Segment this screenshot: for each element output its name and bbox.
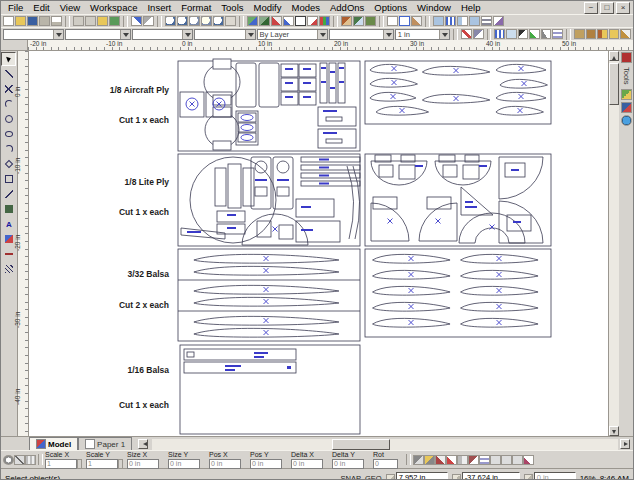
open-symbol-icon[interactable] (574, 29, 585, 39)
visual-basic-icon[interactable] (621, 102, 632, 113)
select-prev-icon[interactable] (468, 455, 479, 465)
undo-icon[interactable] (131, 16, 142, 26)
redo-icon[interactable] (143, 16, 154, 26)
library-icon[interactable] (597, 29, 608, 39)
sheet-balsa-ribs-right[interactable] (365, 249, 551, 337)
size-x-input[interactable]: 0 in (127, 459, 159, 469)
color-icon[interactable] (319, 16, 330, 26)
fit-copy-icon[interactable] (469, 16, 480, 26)
line-style-combo[interactable] (329, 29, 394, 40)
zoom-out-icon[interactable] (177, 16, 188, 26)
array-edit-icon[interactable] (512, 455, 523, 465)
brush-style-combo[interactable] (194, 29, 255, 40)
delta-x-input[interactable]: 0 in (291, 459, 323, 469)
menu-window[interactable]: Window (412, 1, 456, 14)
menu-format[interactable]: Format (176, 1, 216, 14)
print-preview-icon[interactable] (51, 16, 62, 26)
paste-icon[interactable] (97, 16, 108, 26)
workspace-style-icon[interactable] (259, 16, 270, 26)
select-mode-icon[interactable] (295, 16, 306, 26)
pen-icon[interactable] (271, 16, 282, 26)
layers-icon[interactable] (247, 16, 258, 26)
snap-grid-icon[interactable] (494, 29, 505, 39)
tab-scroll-left-icon[interactable] (138, 439, 148, 449)
snap-indicator[interactable]: SNAP (341, 474, 361, 480)
undo-small-icon[interactable] (473, 29, 484, 39)
restore-button[interactable]: □ (600, 2, 614, 14)
rot-input[interactable]: 0 (373, 459, 398, 469)
delete-icon[interactable] (461, 29, 472, 39)
scroll-down-icon[interactable] (609, 426, 619, 436)
snap-vertex-icon[interactable] (506, 29, 517, 39)
drawing-canvas[interactable]: 1/8 Aircraft Ply Cut 1 x each 1/8 Lite P… (29, 51, 608, 436)
ungroup-edit-icon[interactable] (501, 455, 512, 465)
grid-display-icon[interactable] (552, 29, 563, 39)
menu-options[interactable]: Options (369, 1, 412, 14)
line-width-combo[interactable]: 1 in (395, 29, 451, 40)
insert-block-icon[interactable] (341, 16, 352, 26)
menu-addons[interactable]: AddOns (325, 1, 369, 14)
line-tool[interactable] (1, 67, 16, 81)
select-tool[interactable] (1, 52, 16, 66)
circle-tool[interactable] (1, 112, 16, 126)
menu-modify[interactable]: Modify (249, 1, 287, 14)
cut-icon[interactable] (73, 16, 84, 26)
rotate-handle-icon[interactable] (435, 455, 446, 465)
tab-model[interactable]: Model (29, 437, 78, 450)
new-icon[interactable] (3, 16, 14, 26)
format-painter-icon[interactable] (109, 16, 120, 26)
zoom-window-icon[interactable] (189, 16, 200, 26)
menu-file[interactable]: File (3, 1, 28, 14)
menu-modes[interactable]: Modes (286, 1, 325, 14)
create-block-icon[interactable] (353, 16, 364, 26)
arc-tool[interactable] (1, 97, 16, 111)
menu-insert[interactable]: Insert (142, 1, 176, 14)
one-to-one-icon[interactable] (399, 16, 410, 26)
mirror-copy-icon[interactable] (457, 16, 468, 26)
scale-y-input[interactable]: 1 (86, 459, 118, 469)
spinner[interactable] (118, 459, 123, 469)
tab-scroll-right-icon[interactable] (620, 439, 630, 449)
ellipse-tool[interactable] (1, 127, 16, 141)
zoom-in-icon[interactable] (165, 16, 176, 26)
menu-help[interactable]: Help (456, 1, 486, 14)
macros-icon[interactable] (621, 89, 632, 100)
coord-x-input[interactable]: 7.952 in (396, 472, 448, 480)
menu-workspace[interactable]: Workspace (85, 1, 142, 14)
pen-color-combo[interactable] (3, 29, 64, 40)
group-edit-icon[interactable] (490, 455, 501, 465)
chevron-down-icon[interactable] (120, 30, 130, 39)
close-palette-icon[interactable] (621, 52, 632, 63)
sheet-balsa-left[interactable] (180, 345, 360, 434)
copy-icon[interactable] (85, 16, 96, 26)
menu-edit[interactable]: Edit (28, 1, 54, 14)
snap-toggle-icon[interactable] (283, 16, 294, 26)
web-browser-icon[interactable] (621, 115, 632, 126)
tab-paper-1[interactable]: Paper 1 (78, 437, 132, 450)
menu-tools[interactable]: Tools (216, 1, 248, 14)
rectangle-tool[interactable] (1, 172, 16, 186)
pen-pattern-combo[interactable] (132, 29, 193, 40)
coord-z-input[interactable]: 0 in (534, 472, 576, 480)
snap-check-icon[interactable] (529, 29, 540, 39)
chevron-down-icon[interactable] (317, 30, 327, 39)
chevron-down-icon[interactable] (182, 30, 192, 39)
ruler-origin-icon[interactable] (1, 40, 28, 50)
hatch-tool[interactable] (1, 262, 16, 276)
delete-selection-icon[interactable] (14, 455, 25, 465)
pan-icon[interactable] (225, 16, 236, 26)
scale-x-input[interactable]: 1 (45, 459, 77, 469)
chevron-down-icon[interactable] (439, 30, 449, 39)
zoom-extents-icon[interactable] (213, 16, 224, 26)
eraser-icon[interactable] (411, 16, 422, 26)
text-tool[interactable]: A (1, 217, 16, 231)
point-mode-icon[interactable] (307, 16, 318, 26)
select-next-icon[interactable] (479, 455, 490, 465)
horizontal-scrollbar[interactable] (152, 439, 618, 450)
mirror-handle-icon[interactable] (457, 455, 468, 465)
minimize-button[interactable]: − (584, 2, 598, 14)
curve-tool[interactable] (1, 142, 16, 156)
scale-handle-icon[interactable] (446, 455, 457, 465)
coord-y-input[interactable]: -37.624 in (462, 472, 520, 480)
array-copy-icon[interactable] (445, 16, 456, 26)
